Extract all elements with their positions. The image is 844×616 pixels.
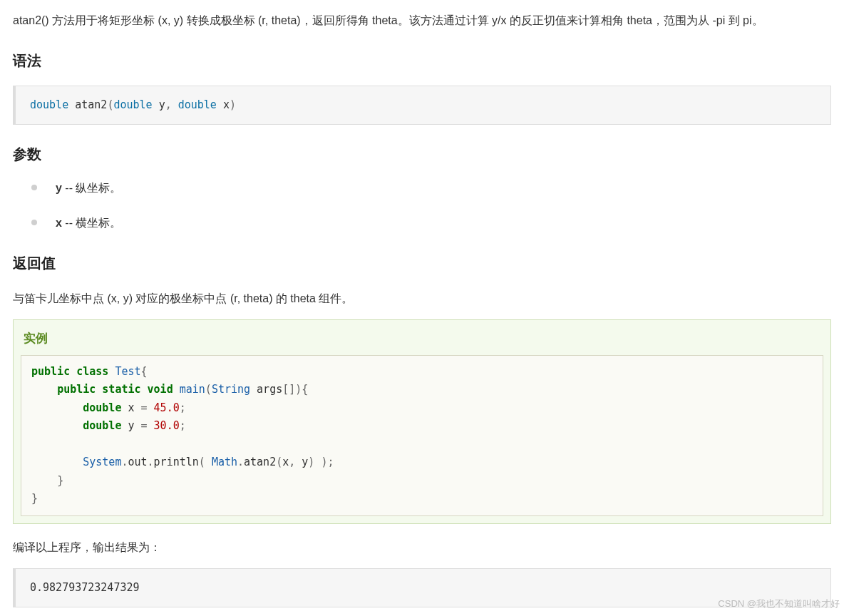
comma: , — [289, 456, 295, 468]
paren-open: ( — [205, 383, 212, 396]
intro-paragraph: atan2() 方法用于将矩形坐标 (x, y) 转换成极坐标 (r, thet… — [13, 10, 831, 31]
heading-syntax: 语法 — [13, 47, 831, 74]
p2-name: x — [223, 98, 230, 111]
kw-public: public — [31, 365, 70, 378]
brace-close: } — [57, 474, 63, 487]
kw-public: public — [57, 383, 96, 396]
compile-paragraph: 编译以上程序，输出结果为： — [13, 537, 831, 558]
example-title: 实例 — [14, 320, 830, 354]
var-x: x — [128, 401, 134, 414]
class-name: Test — [115, 365, 140, 378]
semicolon: ; — [180, 401, 186, 414]
heading-returns: 返回值 — [13, 250, 831, 277]
semicolon: ; — [180, 419, 186, 432]
kw-void: void — [148, 383, 173, 396]
p1-type: double — [113, 98, 152, 111]
dot: . — [148, 456, 154, 468]
out: out — [128, 456, 147, 468]
returns-paragraph: 与笛卡儿坐标中点 (x, y) 对应的极坐标中点 (r, theta) 的 th… — [13, 288, 831, 309]
num-45: 45.0 — [154, 401, 180, 414]
var-y: y — [128, 419, 134, 432]
heading-params: 参数 — [13, 140, 831, 168]
semicolon: ; — [327, 456, 334, 468]
param-name: x — [56, 217, 62, 229]
param-desc: 横坐标。 — [76, 217, 121, 229]
method-main: main — [180, 383, 205, 396]
num-30: 30.0 — [154, 419, 180, 432]
kw-double: double — [83, 419, 121, 432]
System: System — [83, 456, 121, 468]
list-item: y -- 纵坐标。 — [13, 179, 831, 197]
type-string: String — [212, 383, 250, 396]
paren-close: ) — [295, 383, 302, 396]
param-name: y — [56, 182, 62, 194]
params-list: y -- 纵坐标。 x -- 横坐标。 — [13, 179, 831, 232]
arg-y: y — [302, 456, 308, 468]
comma: , — [165, 98, 178, 111]
param-sep: -- — [62, 217, 76, 229]
brace-open: { — [302, 383, 308, 396]
dot: . — [237, 456, 244, 468]
paren-open: ( — [276, 456, 282, 468]
syntax-code-block: double atan2(double y, double x) — [13, 86, 831, 125]
equals: = — [141, 419, 148, 432]
p1-name: y — [159, 98, 165, 111]
param-desc: 纵坐标。 — [76, 182, 121, 194]
p2-type: double — [178, 98, 217, 111]
Math: Math — [212, 456, 237, 468]
println: println — [154, 456, 199, 468]
paren-open: ( — [199, 456, 205, 468]
kw-static: static — [102, 383, 140, 396]
output-value: 0.982793723247329 — [30, 581, 140, 594]
list-item: x -- 横坐标。 — [13, 214, 831, 232]
func-name: atan2 — [75, 98, 107, 111]
kw-class: class — [76, 365, 108, 378]
arg-x: x — [282, 456, 289, 468]
atan2-call: atan2 — [244, 456, 276, 468]
var-args: args — [257, 383, 282, 396]
ret-type: double — [30, 98, 68, 111]
example-box: 实例 public class Test{ public static void… — [13, 319, 831, 523]
brackets: [] — [282, 383, 295, 396]
param-sep: -- — [62, 182, 76, 194]
example-code: public class Test{ public static void ma… — [21, 355, 823, 516]
brace-close: } — [31, 492, 38, 505]
brace-open: { — [141, 365, 148, 378]
paren-close: ) — [230, 98, 236, 111]
equals: = — [141, 401, 148, 414]
paren-close: ) — [308, 456, 314, 468]
kw-double: double — [83, 401, 121, 414]
output-block: 0.982793723247329 — [13, 568, 831, 607]
